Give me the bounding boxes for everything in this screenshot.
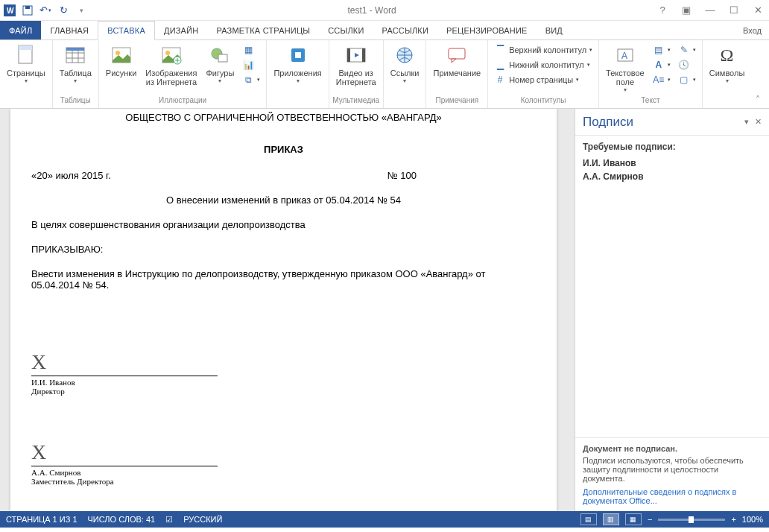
svg-point-13 [115, 51, 120, 55]
wordart-button[interactable]: A▾ [651, 58, 672, 72]
signer-item[interactable]: А.А. Смирнов [583, 171, 762, 182]
object-button[interactable]: ▢▾ [677, 73, 697, 86]
header-button[interactable]: ▔Верхний колонтитул ▾ [493, 43, 594, 57]
illus-mini: ▦ 📊 ⧉▾ [239, 42, 263, 88]
signer-item[interactable]: И.И. Иванов [583, 158, 762, 168]
panel-more-link[interactable]: Дополнительные сведения о подписях в док… [583, 487, 762, 505]
undo-icon[interactable]: ↶▾ [37, 2, 54, 19]
help-icon[interactable]: ? [654, 4, 671, 16]
status-proofing-icon[interactable]: ☑ [165, 515, 173, 525]
apps-button[interactable]: Приложения▾ [270, 42, 325, 86]
panel-close-icon[interactable]: ✕ [755, 117, 762, 127]
svg-rect-11 [66, 48, 84, 51]
online-video-button[interactable]: Видео из Интернета [332, 42, 380, 88]
svg-rect-26 [449, 48, 465, 59]
footer-icon: ▁ [494, 59, 506, 71]
close-icon[interactable]: ✕ [750, 4, 766, 16]
comment-icon [445, 43, 469, 67]
quickparts-button[interactable]: ▤▾ [651, 43, 672, 57]
tab-layout[interactable]: РАЗМЕТКА СТРАНИЦЫ [207, 21, 319, 39]
status-words[interactable]: ЧИСЛО СЛОВ: 41 [88, 515, 156, 524]
tab-references[interactable]: ССЫЛКИ [319, 21, 373, 39]
shapes-button[interactable]: Фигуры▾ [202, 42, 238, 86]
pictures-button[interactable]: Рисунки [102, 42, 141, 79]
signatures-panel: Подписи ▾✕ Требуемые подписи: И.И. Ивано… [575, 109, 769, 511]
panel-body: Требуемые подписи: И.И. Иванов А.А. Смир… [575, 136, 769, 438]
ribbon-options-icon[interactable]: ▣ [678, 4, 694, 16]
signature-block-2[interactable]: X А.А. Смирнов Заместитель Директора [31, 440, 536, 486]
view-print-icon[interactable]: ▥ [603, 513, 619, 525]
smartart-button[interactable]: ▦ [241, 43, 262, 57]
screenshot-button[interactable]: ⧉▾ [241, 73, 262, 86]
tab-file[interactable]: ФАЙЛ [0, 21, 41, 39]
signature-block-1[interactable]: X И.И. Иванов Директор [31, 350, 536, 396]
datetime-button[interactable]: 🕓 [677, 58, 697, 72]
svg-text:W: W [7, 7, 14, 15]
ribbon-tabs: ФАЙЛ ГЛАВНАЯ ВСТАВКА ДИЗАЙН РАЗМЕТКА СТР… [0, 21, 769, 40]
globe-icon [393, 43, 417, 67]
online-pictures-button[interactable]: Изображения из Интернета [142, 42, 200, 88]
zoom-value[interactable]: 100% [742, 515, 763, 524]
save-icon[interactable] [19, 2, 36, 19]
zoom-in-icon[interactable]: + [731, 515, 735, 524]
doc-title: ПРИКАЗ [31, 144, 536, 155]
shapes-icon [208, 43, 232, 67]
page[interactable]: ОБЩЕСТВО С ОГРАНИЧЕННОЙ ОТВЕСТВЕННОСТЬЮ … [10, 109, 557, 511]
tab-view[interactable]: ВИД [537, 21, 572, 39]
svg-text:A: A [621, 51, 627, 61]
status-page[interactable]: СТРАНИЦА 1 ИЗ 1 [6, 515, 77, 524]
workspace: ОБЩЕСТВО С ОГРАНИЧЕННОЙ ОТВЕСТВЕННОСТЬЮ … [0, 109, 769, 511]
titlebar: W ↶▾ ↻ ▾ test1 - Word ? ▣ — ☐ ✕ [0, 0, 769, 21]
table-button[interactable]: Таблица▾ [56, 42, 95, 86]
header-icon: ▔ [494, 44, 506, 56]
footer-button[interactable]: ▁Нижний колонтитул ▾ [493, 58, 594, 72]
tab-mailings[interactable]: РАССЫЛКИ [373, 21, 437, 39]
object-icon: ▢ [678, 74, 690, 86]
svg-rect-23 [362, 48, 365, 62]
zoom-out-icon[interactable]: − [648, 515, 652, 524]
maximize-icon[interactable]: ☐ [726, 4, 742, 16]
svg-rect-20 [295, 52, 301, 58]
svg-rect-22 [347, 48, 350, 62]
textbox-button[interactable]: A Текстовое поле▾ [602, 42, 648, 95]
chart-button[interactable]: 📊 [241, 58, 262, 72]
pages-button[interactable]: Страницы▾ [3, 42, 49, 86]
status-language[interactable]: РУССКИЙ [183, 515, 222, 524]
symbols-button[interactable]: Ω Символы▾ [706, 42, 749, 86]
unsigned-label: Документ не подписан. [583, 444, 762, 453]
panel-title: Подписи [583, 115, 633, 130]
view-web-icon[interactable]: ▦ [625, 513, 642, 525]
doc-intro: В целях совершенствования организации де… [31, 219, 536, 230]
comment-button[interactable]: Примечание [429, 42, 484, 79]
statusbar: СТРАНИЦА 1 ИЗ 1 ЧИСЛО СЛОВ: 41 ☑ РУССКИЙ… [0, 511, 769, 528]
panel-footer: Документ не подписан. Подписи используют… [575, 438, 769, 511]
tab-review[interactable]: РЕЦЕНЗИРОВАНИЕ [437, 21, 537, 39]
doc-body: Внести изменения в Инструкцию по делопро… [31, 268, 536, 291]
doc-number: № 100 [387, 170, 417, 181]
panel-desc: Подписи используются, чтобы обеспечить з… [583, 456, 762, 483]
dropcap-button[interactable]: A≡▾ [651, 73, 672, 86]
view-read-icon[interactable]: ▤ [580, 513, 597, 525]
picture-icon [110, 43, 133, 67]
document-area[interactable]: ОБЩЕСТВО С ОГРАНИЧЕННОЙ ОТВЕСТВЕННОСТЬЮ … [0, 109, 575, 511]
text-mini2: ✎▾ 🕓 ▢▾ [675, 42, 699, 88]
qat-dropdown-icon[interactable]: ▾ [73, 2, 89, 19]
page-number-button[interactable]: #Номер страницы ▾ [493, 73, 594, 86]
tab-insert[interactable]: ВСТАВКА [98, 21, 155, 40]
zoom-slider[interactable] [658, 519, 725, 521]
redo-icon[interactable]: ↻ [55, 2, 72, 19]
collapse-ribbon-icon[interactable]: ˄ [751, 40, 765, 108]
sigline-button[interactable]: ✎▾ [677, 43, 697, 57]
smartart-icon: ▦ [242, 44, 254, 56]
links-button[interactable]: Ссылки▾ [387, 42, 423, 86]
panel-menu-icon[interactable]: ▾ [744, 117, 749, 127]
tab-home[interactable]: ГЛАВНАЯ [41, 21, 98, 39]
minimize-icon[interactable]: — [702, 4, 718, 16]
required-signatures-label: Требуемые подписи: [583, 142, 762, 152]
chart-icon: 📊 [242, 59, 254, 71]
signin-button[interactable]: Вход [735, 21, 769, 39]
svg-marker-27 [452, 59, 456, 63]
quickparts-icon: ▤ [653, 44, 665, 56]
tab-design[interactable]: ДИЗАЙН [155, 21, 207, 39]
svg-rect-3 [25, 6, 30, 9]
